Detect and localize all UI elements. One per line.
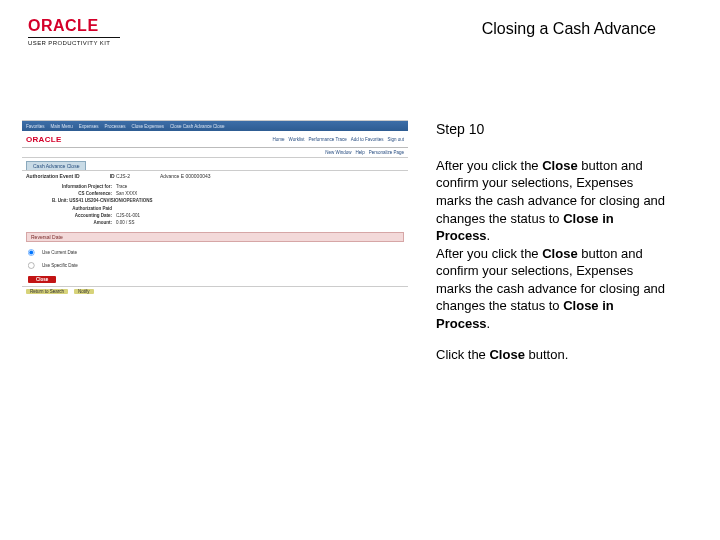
text: Click the — [436, 347, 489, 362]
summary-row: Authorization Event ID ID CJS-2 Advance … — [22, 171, 408, 181]
auth-event-label: Authorization Event ID — [26, 173, 80, 179]
app-link-home[interactable]: Home — [273, 137, 285, 142]
brand-logo-text: ORACLE — [28, 18, 120, 34]
field-accounting-date-value: CJS-01-001 — [116, 212, 140, 219]
breadcrumb-item: Main Menu — [51, 124, 73, 129]
return-to-search-button[interactable]: Return to Search — [26, 289, 68, 294]
tab-cash-advance-close[interactable]: Cash Advance Close — [26, 161, 86, 170]
advance-label: Advance E — [160, 173, 184, 179]
step-label: Step 10 — [436, 120, 666, 139]
brand-logo: ORACLE USER PRODUCTIVITY KIT — [28, 18, 120, 46]
app-link-personalize[interactable]: Personalize Page — [369, 150, 404, 155]
field-info-project-value: Trace — [116, 183, 127, 190]
field-accounting-date-label: Accounting Date: — [52, 212, 112, 219]
text-bold: Close — [542, 158, 577, 173]
radio-use-current-date-label: Use Current Date — [42, 250, 77, 255]
app-link-add-favorites[interactable]: Add to Favorites — [351, 137, 384, 142]
text: . — [487, 228, 491, 243]
text: button. — [525, 347, 568, 362]
advance-value: 000000043 — [186, 173, 211, 179]
instruction-paragraph-2: After you click the Close button and con… — [436, 245, 666, 333]
id-value: CJS-2 — [116, 173, 130, 179]
brand-logo-subtext: USER PRODUCTIVITY KIT — [28, 40, 120, 46]
field-bunit-value: B. Unit: USS41 US204-CNVISION\OPERATIONS — [52, 197, 152, 204]
app-link-help[interactable]: Help — [355, 150, 364, 155]
app-link-performance-trace[interactable]: Performance Trace — [308, 137, 346, 142]
app-footer: Return to Search Notify — [22, 286, 408, 298]
field-info-project-label: Information Project for: — [52, 183, 112, 190]
id-label: ID — [110, 173, 115, 179]
field-conference-label: CS Conference: — [52, 190, 112, 197]
close-button[interactable]: Close — [28, 276, 56, 283]
breadcrumb-item: Processes — [105, 124, 126, 129]
radio-use-specific-date[interactable] — [28, 262, 35, 269]
text: After you click the — [436, 246, 542, 261]
app-header-links: Home Worklist Performance Trace Add to F… — [273, 137, 404, 142]
app-subheader: New Window Help Personalize Page — [22, 148, 408, 158]
text: After you click the — [436, 158, 542, 173]
field-amount-label: Amount: — [52, 219, 112, 226]
instruction-paragraph-1: After you click the Close button and con… — [436, 157, 666, 245]
text-bold: Close — [542, 246, 577, 261]
radio-use-specific-date-label: Use Specific Date — [42, 263, 78, 268]
breadcrumb-item: Expenses — [79, 124, 99, 129]
field-conference-value: San XXXX — [116, 190, 137, 197]
brand-logo-divider — [28, 37, 120, 38]
details-block: Information Project for:Trace CS Confere… — [22, 181, 408, 230]
breadcrumb-item: Close Expenses — [132, 124, 165, 129]
page-title: Closing a Cash Advance — [482, 20, 656, 38]
breadcrumb-item: Close Cash Advance Close — [170, 124, 225, 129]
field-amount-value: 0.00 / SS — [116, 219, 135, 226]
text-bold: Close — [489, 347, 524, 362]
app-screenshot: Favorites Main Menu Expenses Processes C… — [22, 120, 408, 364]
instruction-panel: Step 10 After you click the Close button… — [436, 120, 700, 364]
notify-button[interactable]: Notify — [74, 289, 94, 294]
app-brand-logo: ORACLE — [26, 135, 62, 144]
reversal-date-section[interactable]: Reversal Date — [26, 232, 404, 242]
reversal-date-options: Use Current Date Use Specific Date — [22, 244, 408, 276]
app-link-new-window[interactable]: New Window — [325, 150, 351, 155]
instruction-action: Click the Close button. — [436, 346, 666, 364]
text: . — [487, 316, 491, 331]
app-breadcrumb-bar: Favorites Main Menu Expenses Processes C… — [22, 121, 408, 131]
radio-use-current-date[interactable] — [28, 249, 35, 256]
breadcrumb-item: Favorites — [26, 124, 45, 129]
app-link-signout[interactable]: Sign out — [387, 137, 404, 142]
field-auth-paid-label: Authorization Paid — [52, 205, 112, 212]
app-link-worklist[interactable]: Worklist — [289, 137, 305, 142]
